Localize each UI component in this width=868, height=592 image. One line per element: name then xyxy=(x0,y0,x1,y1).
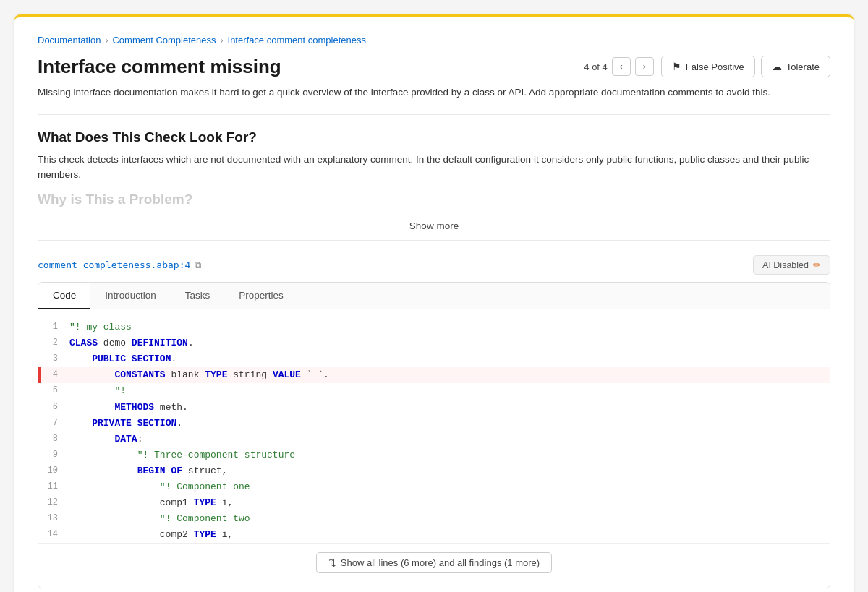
line-num-5: 5 xyxy=(41,383,69,398)
faded-section: Why is This a Problem? xyxy=(38,192,830,207)
breadcrumb-current: Interface comment completeness xyxy=(228,35,366,46)
line-code-12: comp1 TYPE i, xyxy=(69,495,818,511)
show-more-button[interactable]: Show more xyxy=(404,218,464,234)
line-num-1: 1 xyxy=(41,319,69,334)
section1-text: This check detects interfaces which are … xyxy=(38,153,830,183)
line-num-4: 4 xyxy=(41,367,69,382)
show-all-label: Show all lines (6 more) and all findings… xyxy=(341,557,540,568)
tolerate-button[interactable]: ☁ Tolerate xyxy=(761,56,830,77)
line-code-3: PUBLIC SECTION. xyxy=(69,351,818,367)
code-line-10: 10 BEGIN OF struct, xyxy=(38,463,830,479)
code-line-1: 1 "! my class xyxy=(38,319,830,335)
line-num-12: 12 xyxy=(41,495,69,510)
line-code-8: DATA: xyxy=(69,432,818,447)
line-num-3: 3 xyxy=(41,351,69,366)
pagination-count: 4 of 4 xyxy=(584,61,608,72)
file-name-text: comment_completeness.abap:4 xyxy=(38,259,190,270)
show-more-row: Show more xyxy=(38,207,830,241)
tabs-container: Code Introduction Tasks Properties 1 "! … xyxy=(38,282,830,588)
false-positive-button[interactable]: ⚑ False Positive xyxy=(661,56,755,77)
file-section: comment_completeness.abap:4 ⧉ AI Disable… xyxy=(38,255,830,588)
tolerate-icon: ☁ xyxy=(772,61,782,72)
description: Missing interface documentation makes it… xyxy=(38,85,830,115)
line-num-11: 11 xyxy=(41,479,69,494)
file-name[interactable]: comment_completeness.abap:4 ⧉ xyxy=(38,259,201,271)
breadcrumb-documentation[interactable]: Documentation xyxy=(38,35,101,46)
copy-icon[interactable]: ⧉ xyxy=(195,259,201,271)
file-header: comment_completeness.abap:4 ⧉ AI Disable… xyxy=(38,255,830,275)
edit-icon: ✏ xyxy=(813,259,821,270)
tab-code[interactable]: Code xyxy=(38,283,90,309)
code-line-5: 5 "! xyxy=(38,383,830,399)
code-line-2: 2 CLASS demo DEFINITION. xyxy=(38,335,830,351)
ai-disabled-label: AI Disabled xyxy=(762,260,809,270)
line-code-4: CONSTANTS blank TYPE string VALUE ` `. xyxy=(69,367,818,383)
line-num-10: 10 xyxy=(41,463,69,478)
code-line-13: 13 "! Component two xyxy=(38,511,830,527)
section2-title: Why is This a Problem? xyxy=(38,192,830,207)
line-num-8: 8 xyxy=(41,432,69,446)
main-content: Documentation › Comment Completeness › I… xyxy=(14,17,854,592)
code-line-4: 4 CONSTANTS blank TYPE string VALUE ` `. xyxy=(38,367,830,383)
code-area: 1 "! my class 2 CLASS demo DEFINITION. 3… xyxy=(38,309,830,588)
line-code-14: comp2 TYPE i, xyxy=(69,527,818,543)
pagination-prev[interactable]: ‹ xyxy=(612,57,631,76)
code-line-7: 7 PRIVATE SECTION. xyxy=(38,416,830,432)
action-buttons: ⚑ False Positive ☁ Tolerate xyxy=(661,56,830,77)
line-num-14: 14 xyxy=(41,527,69,541)
line-code-11: "! Component one xyxy=(69,479,818,495)
tabs-header: Code Introduction Tasks Properties xyxy=(38,283,830,309)
line-code-10: BEGIN OF struct, xyxy=(69,463,818,479)
breadcrumb: Documentation › Comment Completeness › I… xyxy=(38,35,830,46)
code-line-6: 6 METHODS meth. xyxy=(38,400,830,416)
ai-disabled-badge[interactable]: AI Disabled ✏ xyxy=(753,255,830,275)
code-line-9: 9 "! Three-component structure xyxy=(38,447,830,463)
line-code-9: "! Three-component structure xyxy=(69,447,818,463)
page-title: Interface comment missing xyxy=(38,56,281,78)
line-code-5: "! xyxy=(69,383,818,399)
show-all-button[interactable]: ⇅ Show all lines (6 more) and all findin… xyxy=(316,552,552,573)
line-code-2: CLASS demo DEFINITION. xyxy=(69,335,818,351)
header-row: Interface comment missing 4 of 4 ‹ › ⚑ F… xyxy=(38,56,830,78)
line-num-9: 9 xyxy=(41,447,69,462)
tolerate-label: Tolerate xyxy=(786,61,820,72)
code-line-11: 11 "! Component one xyxy=(38,479,830,495)
tab-properties[interactable]: Properties xyxy=(224,283,298,309)
line-num-13: 13 xyxy=(41,511,69,525)
code-line-12: 12 comp1 TYPE i, xyxy=(38,495,830,511)
pagination: 4 of 4 ‹ › xyxy=(584,57,654,76)
code-line-8: 8 DATA: xyxy=(38,432,830,447)
false-positive-label: False Positive xyxy=(686,61,744,72)
line-num-6: 6 xyxy=(41,400,69,414)
page-container: Documentation › Comment Completeness › I… xyxy=(14,14,854,592)
breadcrumb-sep-1: › xyxy=(105,35,108,46)
breadcrumb-sep-2: › xyxy=(221,35,224,46)
show-all-lines: ⇅ Show all lines (6 more) and all findin… xyxy=(38,543,830,580)
line-code-7: PRIVATE SECTION. xyxy=(69,416,818,432)
flag-icon: ⚑ xyxy=(672,61,681,72)
line-code-1: "! my class xyxy=(69,319,818,335)
code-line-3: 3 PUBLIC SECTION. xyxy=(38,351,830,367)
tab-introduction[interactable]: Introduction xyxy=(90,283,171,309)
section1-title: What Does This Check Look For? xyxy=(38,129,830,145)
line-num-2: 2 xyxy=(41,335,69,350)
pagination-next[interactable]: › xyxy=(635,57,654,76)
breadcrumb-comment-completeness[interactable]: Comment Completeness xyxy=(112,35,216,46)
code-line-14: 14 comp2 TYPE i, xyxy=(38,527,830,543)
line-code-13: "! Component two xyxy=(69,511,818,527)
tab-tasks[interactable]: Tasks xyxy=(171,283,225,309)
header-right: 4 of 4 ‹ › ⚑ False Positive ☁ Tolerate xyxy=(584,56,830,77)
line-num-7: 7 xyxy=(41,416,69,430)
expand-icon: ⇅ xyxy=(328,557,336,568)
line-code-6: METHODS meth. xyxy=(69,400,818,416)
